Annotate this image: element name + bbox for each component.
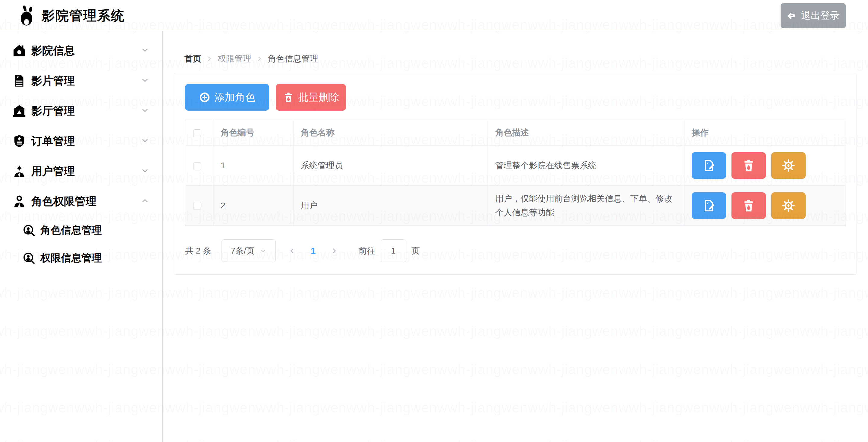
chevron-down-icon[interactable]	[140, 136, 150, 147]
table-row: 2 用户 用户，仅能使用前台浏览相关信息、下单、修改个人信息等功能	[185, 186, 846, 226]
roles-table: 角色编号 角色名称 角色描述 操作 1 系统管理员 管理整个影院在线售票系统	[185, 120, 846, 226]
breadcrumb-permission[interactable]: 权限管理	[218, 53, 251, 64]
main-content: 首页 权限管理 角色信息管理 添加角色	[163, 31, 868, 442]
sidebar-subitem-label: 角色信息管理	[40, 224, 102, 237]
batch-delete-label: 批量删除	[299, 90, 339, 104]
goto-page: 前往 页	[358, 239, 420, 262]
page-unit-label: 页	[411, 245, 420, 257]
app-title: 影院管理系统	[41, 7, 125, 25]
column-header-role-name: 角色名称	[293, 120, 488, 146]
row-actions	[692, 152, 838, 179]
next-page-button[interactable]	[322, 239, 346, 262]
sidebar-item-film-management[interactable]: 影片管理	[0, 66, 162, 96]
sidebar-item-label: 影院信息	[31, 43, 75, 58]
breadcrumb: 首页 权限管理 角色信息管理	[184, 53, 868, 64]
batch-delete-button[interactable]: 批量删除	[276, 84, 346, 111]
select-all-checkbox[interactable]	[193, 129, 201, 137]
user-search-icon	[22, 251, 36, 265]
chevron-right-icon	[330, 247, 338, 255]
sidebar-item-label: 订单管理	[31, 134, 75, 149]
trash-icon	[742, 199, 755, 212]
logout-button[interactable]: 退出登录	[781, 3, 846, 28]
sidebar-item-label: 影厅管理	[31, 104, 75, 118]
sidebar-item-role-permission-management[interactable]: 角色权限管理	[0, 186, 162, 216]
sidebar-item-order-management[interactable]: 订单管理	[0, 126, 162, 156]
content-card: 添加角色 批量删除 角色编号 角色名称 角色描述	[174, 73, 857, 275]
logout-arrow-icon	[786, 10, 798, 21]
home-icon	[12, 43, 27, 58]
sidebar-subitem-label: 权限信息管理	[40, 251, 102, 265]
cell-role-name: 系统管理员	[293, 146, 488, 186]
page-size-value: 7条/页	[230, 245, 254, 257]
delete-role-button[interactable]	[732, 193, 766, 219]
cell-role-id: 2	[213, 186, 293, 226]
column-header-role-id: 角色编号	[213, 120, 293, 146]
cell-role-desc: 用户，仅能使用前台浏览相关信息、下单、修改个人信息等功能	[488, 186, 684, 226]
breadcrumb-current: 角色信息管理	[268, 53, 318, 64]
user-icon	[12, 164, 27, 178]
delete-role-button[interactable]	[732, 152, 766, 179]
role-user-icon	[12, 194, 27, 209]
chevron-right-icon	[255, 55, 264, 63]
table-row: 1 系统管理员 管理整个影院在线售票系统	[185, 146, 846, 186]
rabbit-logo-icon	[17, 4, 37, 27]
trash-icon	[742, 158, 755, 173]
row-checkbox[interactable]	[193, 202, 201, 210]
pagination-total: 共 2 条	[185, 245, 211, 257]
edit-role-button[interactable]	[692, 152, 726, 179]
chevron-down-icon[interactable]	[140, 106, 150, 116]
sidebar-item-user-management[interactable]: 用户管理	[0, 156, 162, 186]
edit-document-icon	[702, 199, 716, 212]
sidebar-subitem-permission-info-management[interactable]: 权限信息管理	[0, 244, 162, 272]
sidebar-item-cinema-info[interactable]: 影院信息	[0, 36, 162, 66]
chevron-down-icon	[259, 247, 267, 255]
chevron-down-icon[interactable]	[140, 45, 150, 56]
chevron-left-icon	[288, 247, 296, 255]
edit-document-icon	[702, 158, 716, 173]
toolbar: 添加角色 批量删除	[185, 84, 846, 111]
sidebar-subitem-role-info-management[interactable]: 角色信息管理	[0, 216, 162, 244]
app-logo: 影院管理系统	[17, 4, 125, 27]
order-shield-icon	[12, 134, 27, 148]
gear-icon	[781, 158, 795, 173]
column-header-role-desc: 角色描述	[488, 120, 684, 146]
prev-page-button[interactable]	[280, 239, 304, 262]
column-header-actions: 操作	[684, 120, 846, 146]
chevron-down-icon[interactable]	[140, 76, 150, 86]
goto-label: 前往	[358, 245, 375, 257]
row-checkbox[interactable]	[193, 162, 201, 170]
sidebar-item-label: 角色权限管理	[31, 194, 96, 209]
sidebar: 影院信息 影片管理 影厅管理	[0, 31, 162, 442]
film-document-icon	[12, 73, 27, 88]
cell-role-name: 用户	[293, 186, 488, 226]
trash-icon	[283, 92, 294, 103]
add-role-label: 添加角色	[215, 90, 255, 104]
circle-plus-icon	[199, 92, 210, 103]
role-permission-settings-button[interactable]	[771, 193, 806, 219]
logout-label: 退出登录	[801, 9, 840, 22]
chevron-down-icon[interactable]	[140, 166, 150, 177]
chevron-up-icon[interactable]	[140, 196, 150, 207]
gear-icon	[781, 199, 795, 212]
user-search-icon	[22, 223, 36, 238]
app-header: 影院管理系统 退出登录	[0, 0, 868, 31]
table-header-row: 角色编号 角色名称 角色描述 操作	[185, 120, 846, 146]
cell-role-desc: 管理整个影院在线售票系统	[488, 146, 684, 186]
goto-page-input[interactable]	[381, 239, 406, 262]
sidebar-item-hall-management[interactable]: 影厅管理	[0, 96, 162, 126]
sidebar-item-label: 用户管理	[31, 164, 75, 179]
edit-role-button[interactable]	[692, 193, 726, 219]
page-size-select[interactable]: 7条/页	[221, 239, 276, 262]
role-permission-settings-button[interactable]	[771, 152, 806, 179]
hall-building-icon	[12, 104, 27, 118]
add-role-button[interactable]: 添加角色	[185, 84, 269, 111]
sidebar-item-label: 影片管理	[31, 73, 75, 88]
page-number-1[interactable]: 1	[304, 246, 322, 256]
chevron-right-icon	[206, 55, 213, 63]
pagination: 共 2 条 7条/页 1 前往 页	[185, 239, 846, 262]
cell-role-id: 1	[213, 146, 293, 186]
row-actions	[692, 193, 838, 219]
breadcrumb-home[interactable]: 首页	[184, 53, 201, 64]
